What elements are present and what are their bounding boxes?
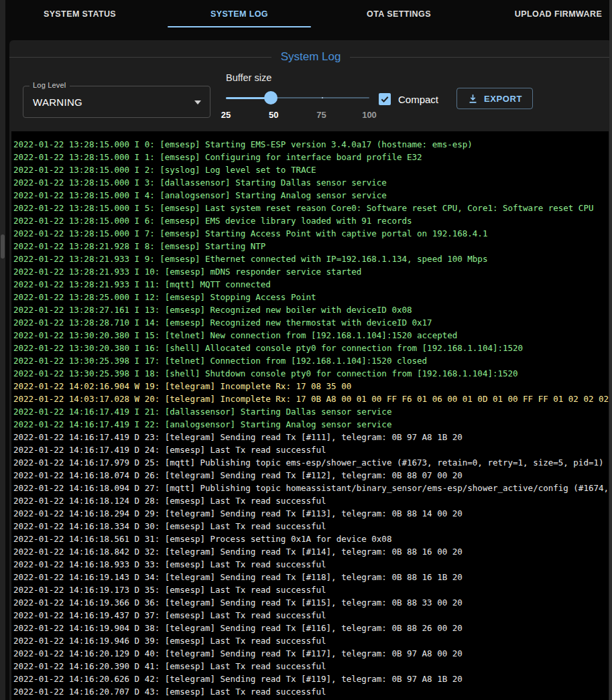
log-line: 2022-01-22 13:30:25.398 I 17: [telnet] C… [13,354,609,367]
log-line: 2022-01-22 14:16:18.842 D 32: [telegram]… [13,545,609,558]
mark-label-25[interactable]: 25 [221,110,231,120]
slider-thumb[interactable] [264,91,278,104]
slider-mark-75 [322,97,323,98]
log-line: 2022-01-22 13:30:25.398 I 18: [shell] Sh… [13,367,609,380]
log-line: 2022-01-22 14:16:18.074 D 26: [telegram]… [13,469,609,482]
log-line: 2022-01-22 14:16:19.904 D 38: [telegram]… [13,622,609,634]
system-log-panel: System Log Log Level WARNING Buffer size… [9,40,612,700]
log-line: 2022-01-22 14:16:19.143 D 34: [telegram]… [13,571,609,583]
log-line: 2022-01-22 13:30:20.380 I 16: [shell] Al… [13,342,609,354]
log-line: 2022-01-22 13:28:15.000 I 7: [emsesp] St… [13,227,609,240]
tab-upload-firmware[interactable]: UPLOAD FIRMWARE [479,0,612,28]
divider-left [9,57,271,58]
log-line: 2022-01-22 13:28:15.000 I 4: [analogsens… [13,189,609,202]
log-level-select[interactable]: Log Level WARNING [23,86,210,118]
log-line: 2022-01-22 14:16:17.419 D 24: [emsesp] L… [13,443,609,456]
log-line: 2022-01-22 13:28:15.000 I 1: [emsesp] Co… [13,151,609,163]
log-line: 2022-01-22 13:28:15.000 I 5: [emsesp] La… [13,202,609,214]
log-line: 2022-01-22 13:28:15.000 I 6: [emsesp] EM… [13,214,609,227]
log-line: 2022-01-22 14:16:20.707 D 43: [emsesp] L… [13,685,609,698]
main-tab-bar: SYSTEM STATUS SYSTEM LOG OTA SETTINGS UP… [0,0,612,28]
log-line: 2022-01-22 13:28:27.161 I 13: [emsesp] R… [13,303,609,316]
tab-system-log[interactable]: SYSTEM LOG [160,0,319,28]
tab-label: SYSTEM STATUS [44,9,116,19]
log-line: 2022-01-22 14:03:17.028 W 20: [telegram]… [13,393,609,405]
export-button[interactable]: EXPORT [456,88,533,109]
mark-label-100[interactable]: 100 [362,110,377,120]
buffer-size-label: Buffer size [226,72,380,83]
log-level-value: WARNING [33,96,82,108]
divider-right [350,57,612,58]
log-line: 2022-01-22 13:30:20.380 I 15: [telnet] N… [13,329,609,342]
compact-label: Compact [398,94,438,105]
page-title: System Log [271,50,351,64]
panel-title-row: System Log [9,50,612,64]
log-line: 2022-01-22 13:28:15.000 I 0: [emsesp] St… [13,138,609,151]
active-tab-indicator [168,26,311,27]
log-line: 2022-01-22 14:16:19.437 D 37: [emsesp] L… [13,609,609,622]
compact-checkbox-control[interactable]: Compact [379,93,438,105]
log-line: 2022-01-22 14:16:19.366 D 36: [telegram]… [13,596,609,609]
log-line: 2022-01-22 14:16:20.129 D 40: [telegram]… [13,647,609,660]
buffer-size-slider[interactable] [226,91,369,104]
log-line: 2022-01-22 13:28:21.933 I 10: [emsesp] m… [13,265,609,278]
export-label: EXPORT [484,94,522,104]
tab-label: SYSTEM LOG [210,9,268,19]
log-line: 2022-01-22 13:28:15.000 I 2: [syslog] Lo… [13,163,609,176]
log-line: 2022-01-22 14:16:18.334 D 30: [emsesp] L… [13,520,609,533]
buffer-size-group: Buffer size 25 50 75 100 [226,72,380,122]
tab-label: OTA SETTINGS [367,9,431,19]
log-line: 2022-01-22 13:28:21.928 I 8: [emsesp] St… [13,240,609,253]
log-line: 2022-01-22 14:16:18.561 D 31: [emsesp] P… [13,533,609,545]
scrollbar-thumb[interactable] [1,234,5,259]
window-scrollbar-left[interactable] [0,0,5,700]
chevron-down-icon [194,100,201,104]
log-line: 2022-01-22 14:16:17.419 I 22: [analogsen… [13,418,609,431]
window-scrollbar-right[interactable] [609,0,612,700]
tab-label: UPLOAD FIRMWARE [515,9,602,19]
log-line: 2022-01-22 14:16:19.946 D 39: [emsesp] L… [13,634,609,647]
log-line: 2022-01-22 14:16:20.626 D 42: [telegram]… [13,673,609,685]
log-line: 2022-01-22 14:16:18.294 D 29: [telegram]… [13,507,609,520]
log-line: 2022-01-22 14:16:18.933 D 33: [emsesp] L… [13,558,609,571]
checkbox-checked-icon[interactable] [379,93,391,105]
log-line: 2022-01-22 14:16:18.094 D 27: [mqtt] Pub… [13,482,609,494]
log-console[interactable]: 2022-01-22 13:28:15.000 I 0: [emsesp] St… [11,131,609,700]
log-line: 2022-01-22 14:16:17.419 D 23: [telegram]… [13,431,609,443]
log-line: 2022-01-22 14:16:18.124 D 28: [emsesp] L… [13,494,609,507]
log-line: 2022-01-22 14:02:16.904 W 19: [telegram]… [13,380,609,393]
mark-label-75[interactable]: 75 [316,110,326,120]
slider-mark-labels: 25 50 75 100 [226,110,369,122]
log-line: 2022-01-22 14:16:17.419 I 21: [dallassen… [13,405,609,418]
tab-ota-settings[interactable]: OTA SETTINGS [319,0,479,28]
log-line: 2022-01-22 13:28:25.000 I 12: [emsesp] S… [13,291,609,303]
download-icon [467,93,479,104]
log-line: 2022-01-22 13:28:21.933 I 9: [emsesp] Et… [13,253,609,265]
log-line: 2022-01-22 13:28:21.933 I 11: [mqtt] MQT… [13,278,609,291]
checkmark-icon [380,94,389,104]
log-line: 2022-01-22 14:16:20.390 D 41: [emsesp] L… [13,660,609,673]
log-line: 2022-01-22 14:16:19.173 D 35: [emsesp] L… [13,583,609,596]
log-line: 2022-01-22 14:16:17.979 D 25: [mqtt] Pub… [13,456,609,469]
log-line: 2022-01-22 13:28:15.000 I 3: [dallassens… [13,176,609,189]
mark-label-50[interactable]: 50 [269,110,278,120]
tab-system-status[interactable]: SYSTEM STATUS [0,0,160,28]
log-line: 2022-01-22 13:28:28.710 I 14: [emsesp] R… [13,316,609,329]
log-level-label: Log Level [29,81,70,89]
